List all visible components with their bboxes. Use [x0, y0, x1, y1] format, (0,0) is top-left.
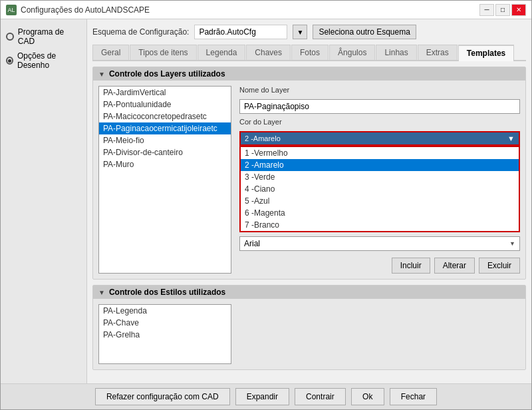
styles-panel-title: Controle dos Estilos utilizados	[109, 288, 225, 297]
list-item[interactable]: PA-Legenda	[99, 305, 231, 317]
layers-panel-header: ▼ Controle dos Layers utilizados	[93, 67, 525, 81]
layers-list[interactable]: PA-JardimVertical PA-Pontualunidade PA-M…	[98, 86, 231, 274]
incluir-button[interactable]: Incluir	[392, 258, 430, 274]
fonte-dropdown[interactable]: Arial ▼	[239, 236, 520, 251]
layers-panel-title: Controle dos Layers utilizados	[109, 69, 225, 79]
styles-panel-header: ▼ Controle dos Estilos utilizados	[93, 286, 525, 299]
content-area: Programa de CAD Opções de Desenho Esquem…	[1, 19, 531, 383]
expandir-button[interactable]: Expandir	[235, 388, 289, 405]
title-controls: ─ □ ✕	[479, 4, 526, 16]
list-item[interactable]: PA-Macicoconcretopedrasetc	[99, 110, 231, 122]
layer-form: Nome do Layer Cor do Layer 2 -Amarelo ▼	[239, 86, 520, 274]
color-option-5[interactable]: 5 -Azul	[241, 195, 519, 207]
list-item[interactable]: PA-Chave	[99, 317, 231, 329]
title-bar: AL Configurações do AutoLANDSCAPE ─ □ ✕	[1, 1, 531, 19]
app-icon: AL	[6, 5, 17, 15]
alterar-button[interactable]: Alterar	[434, 258, 475, 274]
bottom-bar: Refazer configuração com CAD Expandir Co…	[1, 383, 531, 409]
color-dropdown-list[interactable]: 1 -Vermelho 2 -Amarelo 3 -Verde 4 -Ciano…	[239, 146, 520, 232]
schema-icon-button[interactable]: ▼	[293, 25, 307, 39]
tab-angulos[interactable]: Ângulos	[329, 45, 375, 60]
color-selected-text: 2 -Amarelo	[245, 134, 281, 142]
list-item[interactable]: PA-JardimVertical	[99, 87, 231, 99]
tab-chaves[interactable]: Chaves	[246, 45, 291, 60]
schema-bar: Esquema de Configuração: ▼ Seleciona out…	[92, 25, 526, 39]
list-item[interactable]: PA-Muro	[99, 158, 231, 170]
styles-list[interactable]: PA-Legenda PA-Chave PA-Grelha	[98, 304, 231, 364]
list-item-selected[interactable]: PA-Paginacaocermicatijoleiraetc	[99, 122, 231, 134]
sidebar: Programa de CAD Opções de Desenho	[1, 19, 87, 383]
styles-panel-content: PA-Legenda PA-Chave PA-Grelha	[93, 299, 525, 369]
styles-panel: ▼ Controle dos Estilos utilizados PA-Leg…	[92, 285, 526, 370]
color-option-6[interactable]: 6 -Magenta	[241, 207, 519, 219]
color-option-7[interactable]: 7 -Branco	[241, 219, 519, 231]
color-dropdown-selected[interactable]: 2 -Amarelo ▼	[239, 131, 520, 146]
layers-collapse-icon[interactable]: ▼	[98, 71, 105, 78]
tab-extras[interactable]: Extras	[418, 45, 458, 60]
tab-linhas[interactable]: Linhas	[376, 45, 416, 60]
sidebar-item-opcoes[interactable]: Opções de Desenho	[6, 51, 81, 70]
fechar-button[interactable]: Fechar	[390, 388, 437, 405]
styles-collapse-icon[interactable]: ▼	[98, 289, 105, 296]
list-item[interactable]: PA-Meio-fio	[99, 134, 231, 146]
tabs-bar: Geral Tipos de itens Legenda Chaves Foto…	[92, 45, 526, 61]
radio-cad[interactable]	[6, 33, 14, 41]
color-dropdown-wrapper: 2 -Amarelo ▼ 1 -Vermelho 2 -Amarelo 3 -V…	[239, 131, 520, 146]
layers-panel-content: PA-JardimVertical PA-Pontualunidade PA-M…	[93, 81, 525, 279]
color-option-1[interactable]: 1 -Vermelho	[241, 147, 519, 159]
list-item[interactable]: PA-Pontualunidade	[99, 99, 231, 110]
select-schema-button[interactable]: Seleciona outro Esquema	[313, 25, 416, 39]
contrair-button[interactable]: Contrair	[295, 388, 346, 405]
list-item[interactable]: PA-Grelha	[99, 329, 231, 341]
minimize-button[interactable]: ─	[479, 4, 494, 16]
layer-color-label: Cor do Layer	[239, 118, 520, 126]
excluir-button[interactable]: Excluir	[479, 258, 520, 274]
panels-area: ▼ Controle dos Layers utilizados PA-Jard…	[92, 67, 526, 378]
sidebar-item-cad[interactable]: Programa de CAD	[6, 27, 81, 46]
color-option-4[interactable]: 4 -Ciano	[241, 183, 519, 195]
refazer-button[interactable]: Refazer configuração com CAD	[95, 388, 230, 405]
ok-button[interactable]: Ok	[351, 388, 384, 405]
radio-opcoes[interactable]	[6, 57, 13, 65]
close-button[interactable]: ✕	[511, 4, 526, 16]
layers-panel: ▼ Controle dos Layers utilizados PA-Jard…	[92, 67, 526, 280]
tab-templates[interactable]: Templates	[458, 45, 514, 61]
layer-name-input[interactable]	[239, 99, 520, 114]
fonte-dropdown-arrow-icon: ▼	[509, 240, 515, 247]
color-dropdown-arrow-icon: ▼	[507, 134, 515, 142]
tab-legenda[interactable]: Legenda	[198, 45, 246, 60]
schema-label: Esquema de Configuração:	[92, 27, 189, 37]
window-title: Configurações do AutoLANDSCAPE	[21, 5, 150, 15]
color-option-3[interactable]: 3 -Verde	[241, 171, 519, 183]
action-buttons: Incluir Alterar Excluir	[239, 258, 520, 274]
layer-name-label: Nome do Layer	[239, 86, 520, 94]
title-bar-left: AL Configurações do AutoLANDSCAPE	[6, 5, 150, 15]
tab-tipos[interactable]: Tipos de itens	[130, 45, 196, 60]
tab-fotos[interactable]: Fotos	[291, 45, 329, 60]
schema-input[interactable]	[194, 25, 287, 39]
maximize-button[interactable]: □	[495, 4, 510, 16]
color-option-2[interactable]: 2 -Amarelo	[241, 159, 519, 171]
fonte-value: Arial	[244, 239, 260, 248]
sidebar-label-opcoes: Opções de Desenho	[17, 51, 81, 70]
sidebar-label-cad: Programa de CAD	[18, 27, 81, 46]
main-area: Esquema de Configuração: ▼ Seleciona out…	[87, 19, 531, 383]
tab-geral[interactable]: Geral	[92, 45, 129, 60]
list-item[interactable]: PA-Divisor-de-canteiro	[99, 146, 231, 158]
main-window: AL Configurações do AutoLANDSCAPE ─ □ ✕ …	[0, 0, 532, 410]
